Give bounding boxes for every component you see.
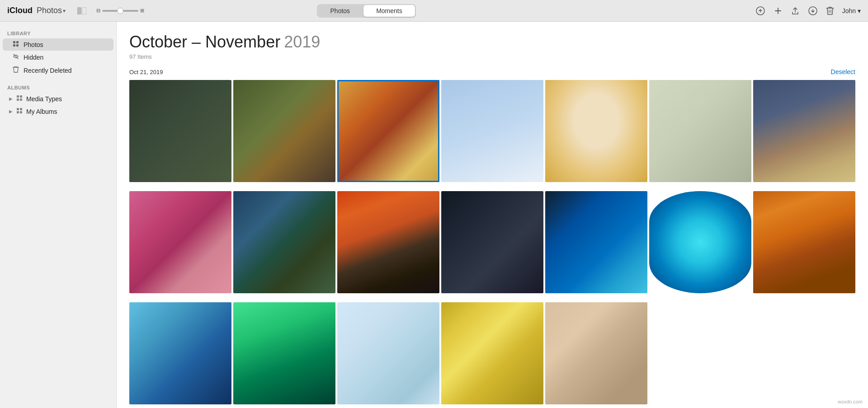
svg-rect-0 (77, 7, 81, 14)
my-albums-chevron: ▶ (9, 109, 13, 114)
svg-rect-12 (17, 108, 19, 110)
zoom-in-icon: ⊞ (140, 8, 144, 14)
svg-rect-8 (17, 95, 19, 98)
recently-deleted-icon (12, 66, 20, 75)
title-months: October – November (129, 33, 280, 51)
tab-photos[interactable]: Photos (318, 5, 363, 17)
sidebar-item-recently-deleted-label: Recently Deleted (24, 67, 72, 74)
photo-grid-row2 (129, 191, 855, 293)
section1-header: Oct 21, 2019 Deselect (129, 68, 855, 75)
title-year: 2019 (284, 33, 320, 51)
section1-date: Oct 21, 2019 (129, 69, 163, 75)
logo-caret[interactable]: ▾ (63, 8, 66, 14)
logo-icloud: iCloud (7, 6, 33, 15)
svg-rect-11 (20, 98, 22, 101)
photo-grid-row1 (129, 80, 855, 182)
sidebar-item-photos[interactable]: Photos (3, 38, 113, 51)
photo-6[interactable] (649, 80, 751, 182)
svg-rect-4 (13, 41, 15, 43)
photos-icon (12, 41, 20, 48)
user-name: John (842, 7, 856, 14)
sidebar-group-media-types[interactable]: ▶ Media Types (3, 93, 113, 105)
content-title: October – November2019 (129, 33, 855, 52)
photo-13[interactable] (649, 191, 751, 293)
photo-10[interactable] (337, 191, 439, 293)
photo-1[interactable] (129, 80, 231, 182)
sidebar-item-hidden-label: Hidden (24, 54, 43, 61)
sidebar-group-media-types-label: Media Types (26, 95, 62, 103)
item-count: 97 Items (129, 53, 855, 60)
topbar-actions: John ▾ (755, 6, 861, 16)
deselect-button[interactable]: Deselect (831, 68, 855, 75)
photo-grid-row3 (129, 302, 855, 404)
svg-rect-10 (17, 98, 19, 101)
hidden-icon (12, 53, 20, 61)
photo-17[interactable] (337, 302, 439, 404)
photo-2[interactable] (233, 80, 335, 182)
sidebar-group-my-albums[interactable]: ▶ My Albums (3, 105, 113, 117)
photo-12[interactable] (545, 191, 647, 293)
content-header: October – November2019 97 Items (129, 33, 855, 60)
svg-rect-14 (17, 111, 19, 113)
content-area: October – November2019 97 Items Oct 21, … (117, 22, 868, 408)
photo-7[interactable] (753, 80, 855, 182)
logo-photos: Photos (37, 6, 62, 15)
svg-rect-9 (20, 95, 22, 98)
share-button[interactable] (791, 6, 800, 15)
sidebar: Library Photos Hidden (0, 22, 117, 408)
media-types-icon (15, 95, 24, 103)
svg-rect-1 (82, 7, 86, 14)
photo-16[interactable] (233, 302, 335, 404)
svg-rect-13 (20, 108, 22, 110)
user-menu[interactable]: John ▾ (842, 7, 861, 14)
albums-section-label: Albums (0, 81, 116, 92)
photo-11[interactable] (441, 191, 543, 293)
user-caret: ▾ (858, 7, 861, 14)
photo-3[interactable] (337, 80, 439, 182)
zoom-out-icon: ⊟ (96, 8, 100, 14)
sidebar-toggle-button[interactable] (75, 5, 89, 17)
library-section-label: Library (0, 27, 116, 38)
photo-14[interactable] (753, 191, 855, 293)
tab-moments[interactable]: Moments (363, 5, 415, 17)
photo-8[interactable] (129, 191, 231, 293)
topbar: iCloud Photos▾ ⊟ ⊞ Photos Moments (0, 0, 868, 22)
zoom-control: ⊟ ⊞ (96, 8, 144, 14)
photo-4[interactable] (441, 80, 543, 182)
svg-rect-7 (16, 44, 19, 47)
photo-19[interactable] (545, 302, 647, 404)
photo-5[interactable] (545, 80, 647, 182)
svg-rect-5 (16, 41, 19, 43)
sidebar-item-photos-label: Photos (24, 41, 43, 48)
sidebar-group-my-albums-label: My Albums (26, 108, 57, 115)
my-albums-icon (15, 108, 24, 115)
download-button[interactable] (808, 6, 818, 16)
upload-button[interactable] (755, 6, 765, 16)
media-types-chevron: ▶ (9, 96, 13, 101)
view-tabs: Photos Moments (317, 4, 416, 18)
add-button[interactable] (774, 6, 783, 15)
svg-rect-15 (20, 111, 22, 113)
zoom-slider[interactable] (102, 10, 138, 12)
photo-15[interactable] (129, 302, 231, 404)
app-logo: iCloud Photos▾ (7, 6, 66, 15)
watermark: wsxdn.com (838, 399, 863, 404)
main-layout: Library Photos Hidden (0, 22, 868, 408)
sidebar-item-recently-deleted[interactable]: Recently Deleted (3, 64, 113, 77)
delete-button[interactable] (826, 6, 834, 15)
photo-18[interactable] (441, 302, 543, 404)
svg-rect-6 (13, 44, 15, 47)
sidebar-item-hidden[interactable]: Hidden (3, 51, 113, 63)
photo-9[interactable] (233, 191, 335, 293)
